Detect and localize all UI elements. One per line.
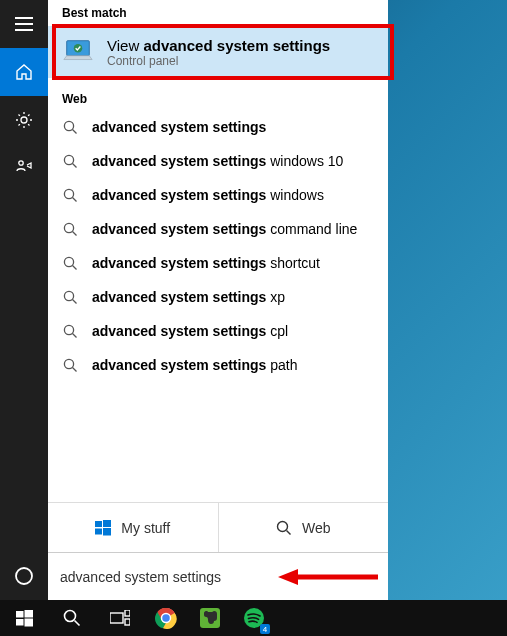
svg-rect-13 xyxy=(95,521,102,527)
best-match-header: Best match xyxy=(48,0,388,26)
suggestion-item[interactable]: advanced system settings windows 10 xyxy=(48,144,388,178)
filter-mystuff[interactable]: My stuff xyxy=(48,503,218,552)
menu-button[interactable] xyxy=(0,0,48,48)
windows-icon xyxy=(95,520,111,536)
svg-point-2 xyxy=(16,568,32,584)
svg-rect-18 xyxy=(16,611,24,618)
suggestion-item[interactable]: advanced system settings path xyxy=(48,348,388,382)
suggestion-text: advanced system settings xp xyxy=(92,289,285,305)
search-panel: Best match View advanced system settings… xyxy=(48,0,388,600)
task-view-button[interactable] xyxy=(96,600,144,636)
svg-rect-19 xyxy=(24,610,33,618)
start-button[interactable] xyxy=(0,600,48,636)
search-icon xyxy=(62,221,78,237)
suggestion-item[interactable]: advanced system settings xyxy=(48,110,388,144)
suggestion-text: advanced system settings path xyxy=(92,357,297,373)
svg-rect-24 xyxy=(125,610,130,616)
svg-point-28 xyxy=(162,614,171,623)
suggestion-item[interactable]: advanced system settings command line xyxy=(48,212,388,246)
suggestion-item[interactable]: advanced system settings xp xyxy=(48,280,388,314)
settings-button[interactable] xyxy=(0,96,48,144)
taskbar-app-chrome[interactable] xyxy=(144,600,188,636)
svg-point-6 xyxy=(64,155,73,164)
filter-bar: My stuff Web xyxy=(48,502,388,552)
suggestion-item[interactable]: advanced system settings shortcut xyxy=(48,246,388,280)
svg-point-17 xyxy=(277,521,287,531)
suggestion-list: advanced system settingsadvanced system … xyxy=(48,110,388,502)
search-icon xyxy=(276,520,292,536)
search-icon xyxy=(62,289,78,305)
svg-point-10 xyxy=(64,291,73,300)
cortana-button[interactable] xyxy=(0,552,48,600)
svg-point-12 xyxy=(64,359,73,368)
suggestion-text: advanced system settings windows xyxy=(92,187,324,203)
svg-point-9 xyxy=(64,257,73,266)
svg-point-22 xyxy=(65,611,76,622)
svg-point-8 xyxy=(64,223,73,232)
taskbar-app-spotify[interactable]: 4 xyxy=(232,600,276,636)
notification-badge: 4 xyxy=(260,624,270,634)
svg-point-7 xyxy=(64,189,73,198)
svg-rect-15 xyxy=(95,528,102,534)
suggestion-text: advanced system settings cpl xyxy=(92,323,288,339)
svg-rect-14 xyxy=(103,520,111,527)
svg-rect-20 xyxy=(16,619,24,626)
cortana-sidebar xyxy=(0,0,48,600)
svg-point-1 xyxy=(19,161,23,165)
svg-rect-21 xyxy=(24,618,33,626)
svg-rect-16 xyxy=(103,528,111,536)
suggestion-item[interactable]: advanced system settings windows xyxy=(48,178,388,212)
search-icon xyxy=(62,153,78,169)
search-icon xyxy=(62,357,78,373)
svg-point-11 xyxy=(64,325,73,334)
search-icon xyxy=(62,119,78,135)
svg-rect-25 xyxy=(125,619,130,625)
feedback-button[interactable] xyxy=(0,144,48,192)
filter-web[interactable]: Web xyxy=(218,503,389,552)
search-box[interactable] xyxy=(48,552,388,600)
taskbar-app-evernote[interactable] xyxy=(188,600,232,636)
search-icon xyxy=(62,323,78,339)
home-button[interactable] xyxy=(0,48,48,96)
suggestion-text: advanced system settings command line xyxy=(92,221,357,237)
suggestion-text: advanced system settings shortcut xyxy=(92,255,320,271)
best-match-text: View advanced system settings Control pa… xyxy=(107,37,330,68)
taskbar-search-button[interactable] xyxy=(48,600,96,636)
svg-point-0 xyxy=(21,117,27,123)
svg-rect-23 xyxy=(110,613,123,623)
suggestion-text: advanced system settings xyxy=(92,119,266,135)
web-header: Web xyxy=(48,86,388,110)
suggestion-text: advanced system settings windows 10 xyxy=(92,153,343,169)
search-icon xyxy=(62,255,78,271)
search-icon xyxy=(62,187,78,203)
control-panel-icon xyxy=(62,36,94,68)
best-match-result[interactable]: View advanced system settings Control pa… xyxy=(48,26,388,78)
annotation-arrow xyxy=(278,567,378,587)
taskbar: 4 xyxy=(0,600,507,636)
suggestion-item[interactable]: advanced system settings cpl xyxy=(48,314,388,348)
svg-point-5 xyxy=(64,121,73,130)
